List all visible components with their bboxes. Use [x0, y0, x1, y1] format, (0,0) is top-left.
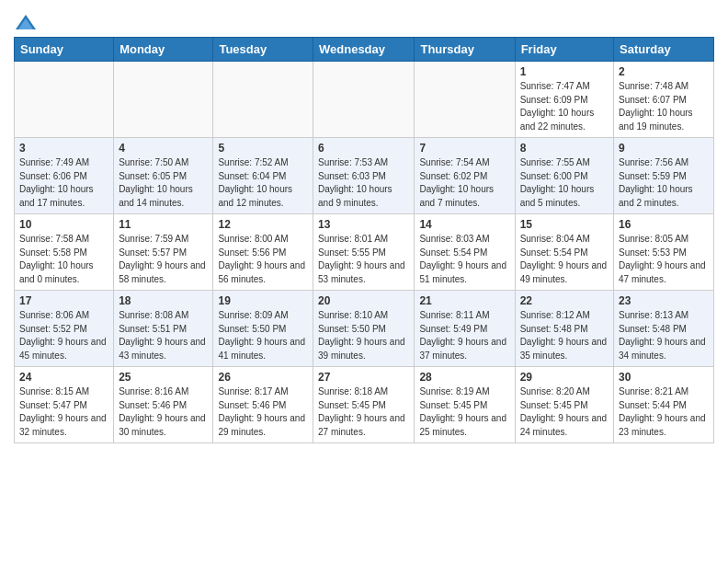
- day-info: Sunrise: 7:55 AM Sunset: 6:00 PM Dayligh…: [520, 156, 609, 210]
- day-number: 21: [419, 294, 509, 307]
- calendar-cell: [114, 62, 213, 138]
- calendar-row: 3Sunrise: 7:49 AM Sunset: 6:06 PM Daylig…: [15, 138, 714, 214]
- calendar-row: 1Sunrise: 7:47 AM Sunset: 6:09 PM Daylig…: [15, 62, 714, 138]
- day-info: Sunrise: 7:53 AM Sunset: 6:03 PM Dayligh…: [318, 156, 409, 210]
- calendar-cell: 17Sunrise: 8:06 AM Sunset: 5:52 PM Dayli…: [15, 291, 114, 367]
- calendar-cell: [415, 62, 515, 138]
- day-number: 14: [419, 218, 509, 231]
- calendar-cell: 7Sunrise: 7:54 AM Sunset: 6:02 PM Daylig…: [415, 138, 515, 214]
- day-number: 10: [19, 218, 108, 231]
- calendar-cell: 2Sunrise: 7:48 AM Sunset: 6:07 PM Daylig…: [614, 62, 714, 138]
- day-number: 24: [19, 371, 108, 384]
- day-number: 28: [419, 371, 509, 384]
- day-info: Sunrise: 8:08 AM Sunset: 5:51 PM Dayligh…: [119, 309, 208, 362]
- day-info: Sunrise: 7:56 AM Sunset: 5:59 PM Dayligh…: [619, 156, 709, 210]
- day-info: Sunrise: 8:15 AM Sunset: 5:47 PM Dayligh…: [19, 385, 108, 439]
- day-info: Sunrise: 8:04 AM Sunset: 5:54 PM Dayligh…: [520, 233, 609, 286]
- day-number: 22: [520, 294, 609, 307]
- day-number: 15: [520, 218, 609, 231]
- day-number: 7: [419, 142, 509, 155]
- day-info: Sunrise: 8:18 AM Sunset: 5:45 PM Dayligh…: [318, 385, 409, 439]
- calendar-cell: 21Sunrise: 8:11 AM Sunset: 5:49 PM Dayli…: [415, 291, 515, 367]
- calendar-row: 10Sunrise: 7:58 AM Sunset: 5:58 PM Dayli…: [15, 214, 714, 291]
- day-number: 23: [619, 294, 709, 307]
- calendar-cell: 14Sunrise: 8:03 AM Sunset: 5:54 PM Dayli…: [415, 214, 515, 291]
- day-number: 17: [19, 294, 108, 307]
- day-info: Sunrise: 8:17 AM Sunset: 5:46 PM Dayligh…: [218, 385, 308, 439]
- calendar-cell: 5Sunrise: 7:52 AM Sunset: 6:04 PM Daylig…: [213, 138, 313, 214]
- day-number: 9: [619, 142, 709, 155]
- day-info: Sunrise: 8:09 AM Sunset: 5:50 PM Dayligh…: [218, 309, 308, 362]
- weekday-thursday: Thursday: [415, 38, 515, 62]
- day-number: 2: [619, 65, 709, 78]
- calendar-cell: [313, 62, 415, 138]
- day-info: Sunrise: 7:54 AM Sunset: 6:02 PM Dayligh…: [419, 156, 509, 210]
- calendar-cell: 25Sunrise: 8:16 AM Sunset: 5:46 PM Dayli…: [114, 367, 213, 443]
- calendar-cell: 29Sunrise: 8:20 AM Sunset: 5:45 PM Dayli…: [515, 367, 613, 443]
- day-info: Sunrise: 8:00 AM Sunset: 5:56 PM Dayligh…: [218, 233, 308, 286]
- calendar-cell: 4Sunrise: 7:50 AM Sunset: 6:05 PM Daylig…: [114, 138, 213, 214]
- header: [14, 9, 714, 31]
- calendar-row: 24Sunrise: 8:15 AM Sunset: 5:47 PM Dayli…: [15, 367, 714, 443]
- calendar-cell: 12Sunrise: 8:00 AM Sunset: 5:56 PM Dayli…: [213, 214, 313, 291]
- calendar-cell: 20Sunrise: 8:10 AM Sunset: 5:50 PM Dayli…: [313, 291, 415, 367]
- calendar-header: SundayMondayTuesdayWednesdayThursdayFrid…: [15, 38, 714, 62]
- weekday-sunday: Sunday: [15, 38, 114, 62]
- calendar-cell: 1Sunrise: 7:47 AM Sunset: 6:09 PM Daylig…: [515, 62, 613, 138]
- day-number: 25: [119, 371, 208, 384]
- calendar-cell: 9Sunrise: 7:56 AM Sunset: 5:59 PM Daylig…: [614, 138, 714, 214]
- day-number: 11: [119, 218, 208, 231]
- calendar-cell: 18Sunrise: 8:08 AM Sunset: 5:51 PM Dayli…: [114, 291, 213, 367]
- day-info: Sunrise: 8:21 AM Sunset: 5:44 PM Dayligh…: [619, 385, 709, 439]
- day-info: Sunrise: 8:13 AM Sunset: 5:48 PM Dayligh…: [619, 309, 709, 362]
- calendar-row: 17Sunrise: 8:06 AM Sunset: 5:52 PM Dayli…: [15, 291, 714, 367]
- calendar-cell: 11Sunrise: 7:59 AM Sunset: 5:57 PM Dayli…: [114, 214, 213, 291]
- weekday-monday: Monday: [114, 38, 213, 62]
- calendar-cell: 19Sunrise: 8:09 AM Sunset: 5:50 PM Dayli…: [213, 291, 313, 367]
- day-number: 6: [318, 142, 409, 155]
- calendar-cell: 13Sunrise: 8:01 AM Sunset: 5:55 PM Dayli…: [313, 214, 415, 291]
- day-number: 12: [218, 218, 308, 231]
- calendar-cell: 23Sunrise: 8:13 AM Sunset: 5:48 PM Dayli…: [614, 291, 714, 367]
- day-info: Sunrise: 7:58 AM Sunset: 5:58 PM Dayligh…: [19, 233, 108, 286]
- calendar-cell: 8Sunrise: 7:55 AM Sunset: 6:00 PM Daylig…: [515, 138, 613, 214]
- day-info: Sunrise: 8:03 AM Sunset: 5:54 PM Dayligh…: [419, 233, 509, 286]
- calendar-cell: 15Sunrise: 8:04 AM Sunset: 5:54 PM Dayli…: [515, 214, 613, 291]
- day-info: Sunrise: 8:01 AM Sunset: 5:55 PM Dayligh…: [318, 233, 409, 286]
- logo-icon: [16, 13, 36, 31]
- day-info: Sunrise: 8:12 AM Sunset: 5:48 PM Dayligh…: [520, 309, 609, 362]
- calendar-cell: 10Sunrise: 7:58 AM Sunset: 5:58 PM Dayli…: [15, 214, 114, 291]
- day-number: 20: [318, 294, 409, 307]
- day-info: Sunrise: 7:50 AM Sunset: 6:05 PM Dayligh…: [119, 156, 208, 210]
- day-number: 5: [218, 142, 308, 155]
- day-number: 16: [619, 218, 709, 231]
- weekday-wednesday: Wednesday: [313, 38, 415, 62]
- calendar-cell: 16Sunrise: 8:05 AM Sunset: 5:53 PM Dayli…: [614, 214, 714, 291]
- calendar-cell: 30Sunrise: 8:21 AM Sunset: 5:44 PM Dayli…: [614, 367, 714, 443]
- calendar-cell: 6Sunrise: 7:53 AM Sunset: 6:03 PM Daylig…: [313, 138, 415, 214]
- day-info: Sunrise: 7:52 AM Sunset: 6:04 PM Dayligh…: [218, 156, 308, 210]
- calendar-cell: [213, 62, 313, 138]
- day-info: Sunrise: 7:59 AM Sunset: 5:57 PM Dayligh…: [119, 233, 208, 286]
- day-info: Sunrise: 8:06 AM Sunset: 5:52 PM Dayligh…: [19, 309, 108, 362]
- day-info: Sunrise: 8:19 AM Sunset: 5:45 PM Dayligh…: [419, 385, 509, 439]
- day-info: Sunrise: 8:16 AM Sunset: 5:46 PM Dayligh…: [119, 385, 208, 439]
- day-number: 29: [520, 371, 609, 384]
- weekday-friday: Friday: [515, 38, 613, 62]
- day-info: Sunrise: 8:05 AM Sunset: 5:53 PM Dayligh…: [619, 233, 709, 286]
- calendar-cell: 27Sunrise: 8:18 AM Sunset: 5:45 PM Dayli…: [313, 367, 415, 443]
- calendar-cell: 22Sunrise: 8:12 AM Sunset: 5:48 PM Dayli…: [515, 291, 613, 367]
- day-number: 19: [218, 294, 308, 307]
- calendar-cell: 24Sunrise: 8:15 AM Sunset: 5:47 PM Dayli…: [15, 367, 114, 443]
- day-info: Sunrise: 7:47 AM Sunset: 6:09 PM Dayligh…: [520, 80, 609, 133]
- day-number: 26: [218, 371, 308, 384]
- day-number: 13: [318, 218, 409, 231]
- day-number: 3: [19, 142, 108, 155]
- day-number: 4: [119, 142, 208, 155]
- calendar-cell: [15, 62, 114, 138]
- day-info: Sunrise: 8:20 AM Sunset: 5:45 PM Dayligh…: [520, 385, 609, 439]
- day-info: Sunrise: 8:10 AM Sunset: 5:50 PM Dayligh…: [318, 309, 409, 362]
- calendar-cell: 28Sunrise: 8:19 AM Sunset: 5:45 PM Dayli…: [415, 367, 515, 443]
- calendar-cell: 26Sunrise: 8:17 AM Sunset: 5:46 PM Dayli…: [213, 367, 313, 443]
- day-info: Sunrise: 8:11 AM Sunset: 5:49 PM Dayligh…: [419, 309, 509, 362]
